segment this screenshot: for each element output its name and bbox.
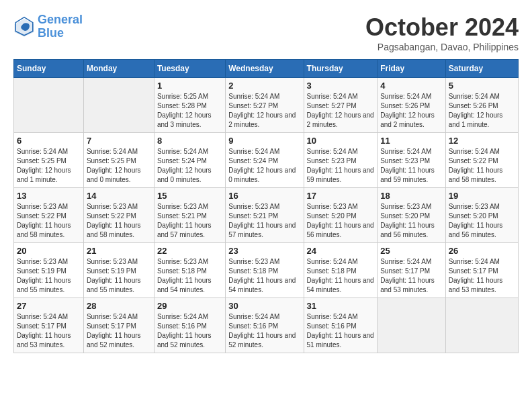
- subtitle: Pagsabangan, Davao, Philippines: [365, 42, 519, 52]
- day-info: Sunrise: 5:24 AM Sunset: 5:18 PM Dayligh…: [307, 257, 375, 295]
- day-info: Sunrise: 5:24 AM Sunset: 5:17 PM Dayligh…: [87, 312, 151, 350]
- day-cell: 15Sunrise: 5:23 AM Sunset: 5:21 PM Dayli…: [154, 188, 225, 243]
- day-number: 26: [449, 246, 515, 256]
- day-number: 30: [228, 301, 300, 311]
- day-info: Sunrise: 5:23 AM Sunset: 5:18 PM Dayligh…: [228, 257, 300, 295]
- day-info: Sunrise: 5:23 AM Sunset: 5:20 PM Dayligh…: [449, 202, 515, 240]
- day-info: Sunrise: 5:23 AM Sunset: 5:20 PM Dayligh…: [307, 202, 375, 240]
- header-cell-sunday: Sunday: [14, 60, 84, 78]
- day-number: 15: [157, 191, 222, 201]
- day-number: 10: [307, 136, 375, 146]
- day-cell: 25Sunrise: 5:24 AM Sunset: 5:17 PM Dayli…: [378, 243, 446, 298]
- day-number: 2: [228, 81, 300, 91]
- logo-text: General Blue: [38, 13, 83, 40]
- day-cell: 28Sunrise: 5:24 AM Sunset: 5:17 PM Dayli…: [83, 298, 154, 353]
- day-info: Sunrise: 5:24 AM Sunset: 5:25 PM Dayligh…: [87, 147, 151, 185]
- day-info: Sunrise: 5:23 AM Sunset: 5:22 PM Dayligh…: [87, 202, 151, 240]
- calendar-table: SundayMondayTuesdayWednesdayThursdayFrid…: [13, 59, 519, 353]
- header-cell-wednesday: Wednesday: [226, 60, 304, 78]
- day-number: 5: [449, 81, 515, 91]
- day-number: 9: [228, 136, 300, 146]
- title-area: October 2024 Pagsabangan, Davao, Philipp…: [365, 13, 519, 52]
- day-cell: 18Sunrise: 5:23 AM Sunset: 5:20 PM Dayli…: [378, 188, 446, 243]
- day-info: Sunrise: 5:24 AM Sunset: 5:27 PM Dayligh…: [228, 92, 300, 130]
- day-cell: 11Sunrise: 5:24 AM Sunset: 5:23 PM Dayli…: [378, 133, 446, 188]
- day-number: 20: [17, 246, 81, 256]
- calendar-header-row: SundayMondayTuesdayWednesdayThursdayFrid…: [14, 60, 519, 78]
- day-number: 17: [307, 191, 375, 201]
- day-cell: 30Sunrise: 5:24 AM Sunset: 5:16 PM Dayli…: [226, 298, 304, 353]
- day-cell: 29Sunrise: 5:24 AM Sunset: 5:16 PM Dayli…: [154, 298, 225, 353]
- day-info: Sunrise: 5:24 AM Sunset: 5:26 PM Dayligh…: [449, 92, 515, 130]
- logo-icon: [13, 16, 35, 38]
- day-cell: 1Sunrise: 5:25 AM Sunset: 5:28 PM Daylig…: [154, 78, 225, 133]
- day-number: 29: [157, 301, 222, 311]
- header-cell-saturday: Saturday: [445, 60, 518, 78]
- day-number: 11: [380, 136, 443, 146]
- header-cell-friday: Friday: [378, 60, 446, 78]
- week-row-1: 1Sunrise: 5:25 AM Sunset: 5:28 PM Daylig…: [14, 78, 519, 133]
- day-cell: 9Sunrise: 5:24 AM Sunset: 5:24 PM Daylig…: [226, 133, 304, 188]
- day-cell: 21Sunrise: 5:23 AM Sunset: 5:19 PM Dayli…: [83, 243, 154, 298]
- day-info: Sunrise: 5:23 AM Sunset: 5:22 PM Dayligh…: [17, 202, 81, 240]
- day-number: 4: [380, 81, 443, 91]
- day-info: Sunrise: 5:24 AM Sunset: 5:16 PM Dayligh…: [228, 312, 300, 350]
- day-info: Sunrise: 5:24 AM Sunset: 5:23 PM Dayligh…: [380, 147, 443, 185]
- day-cell: 12Sunrise: 5:24 AM Sunset: 5:22 PM Dayli…: [445, 133, 518, 188]
- day-info: Sunrise: 5:23 AM Sunset: 5:21 PM Dayligh…: [228, 202, 300, 240]
- day-cell: [83, 78, 154, 133]
- page-header: General Blue October 2024 Pagsabangan, D…: [13, 13, 519, 52]
- header-cell-tuesday: Tuesday: [154, 60, 225, 78]
- day-info: Sunrise: 5:24 AM Sunset: 5:17 PM Dayligh…: [380, 257, 443, 295]
- day-info: Sunrise: 5:23 AM Sunset: 5:19 PM Dayligh…: [17, 257, 81, 295]
- day-info: Sunrise: 5:23 AM Sunset: 5:18 PM Dayligh…: [157, 257, 222, 295]
- day-number: 6: [17, 136, 81, 146]
- day-cell: [378, 298, 446, 353]
- day-cell: 5Sunrise: 5:24 AM Sunset: 5:26 PM Daylig…: [445, 78, 518, 133]
- day-info: Sunrise: 5:25 AM Sunset: 5:28 PM Dayligh…: [157, 92, 222, 130]
- day-cell: 19Sunrise: 5:23 AM Sunset: 5:20 PM Dayli…: [445, 188, 518, 243]
- day-info: Sunrise: 5:24 AM Sunset: 5:16 PM Dayligh…: [307, 312, 375, 350]
- day-info: Sunrise: 5:24 AM Sunset: 5:24 PM Dayligh…: [157, 147, 222, 185]
- day-cell: [445, 298, 518, 353]
- day-number: 25: [380, 246, 443, 256]
- day-info: Sunrise: 5:24 AM Sunset: 5:23 PM Dayligh…: [307, 147, 375, 185]
- day-number: 14: [87, 191, 151, 201]
- day-cell: 2Sunrise: 5:24 AM Sunset: 5:27 PM Daylig…: [226, 78, 304, 133]
- day-cell: 4Sunrise: 5:24 AM Sunset: 5:26 PM Daylig…: [378, 78, 446, 133]
- logo-line1: General: [38, 13, 83, 26]
- day-info: Sunrise: 5:24 AM Sunset: 5:22 PM Dayligh…: [449, 147, 515, 185]
- day-cell: 16Sunrise: 5:23 AM Sunset: 5:21 PM Dayli…: [226, 188, 304, 243]
- day-info: Sunrise: 5:24 AM Sunset: 5:25 PM Dayligh…: [17, 147, 81, 185]
- day-cell: 6Sunrise: 5:24 AM Sunset: 5:25 PM Daylig…: [14, 133, 84, 188]
- day-info: Sunrise: 5:23 AM Sunset: 5:20 PM Dayligh…: [380, 202, 443, 240]
- day-number: 22: [157, 246, 222, 256]
- day-cell: 20Sunrise: 5:23 AM Sunset: 5:19 PM Dayli…: [14, 243, 84, 298]
- header-cell-thursday: Thursday: [304, 60, 378, 78]
- day-number: 31: [307, 301, 375, 311]
- day-number: 23: [228, 246, 300, 256]
- day-number: 18: [380, 191, 443, 201]
- day-cell: 23Sunrise: 5:23 AM Sunset: 5:18 PM Dayli…: [226, 243, 304, 298]
- day-info: Sunrise: 5:24 AM Sunset: 5:17 PM Dayligh…: [449, 257, 515, 295]
- day-info: Sunrise: 5:24 AM Sunset: 5:16 PM Dayligh…: [157, 312, 222, 350]
- day-cell: 24Sunrise: 5:24 AM Sunset: 5:18 PM Dayli…: [304, 243, 378, 298]
- day-number: 21: [87, 246, 151, 256]
- day-info: Sunrise: 5:23 AM Sunset: 5:19 PM Dayligh…: [87, 257, 151, 295]
- day-number: 13: [17, 191, 81, 201]
- week-row-5: 27Sunrise: 5:24 AM Sunset: 5:17 PM Dayli…: [14, 298, 519, 353]
- day-number: 24: [307, 246, 375, 256]
- day-cell: 7Sunrise: 5:24 AM Sunset: 5:25 PM Daylig…: [83, 133, 154, 188]
- day-cell: 14Sunrise: 5:23 AM Sunset: 5:22 PM Dayli…: [83, 188, 154, 243]
- day-number: 8: [157, 136, 222, 146]
- day-info: Sunrise: 5:24 AM Sunset: 5:17 PM Dayligh…: [17, 312, 81, 350]
- day-number: 28: [87, 301, 151, 311]
- day-cell: 22Sunrise: 5:23 AM Sunset: 5:18 PM Dayli…: [154, 243, 225, 298]
- day-cell: 13Sunrise: 5:23 AM Sunset: 5:22 PM Dayli…: [14, 188, 84, 243]
- day-info: Sunrise: 5:24 AM Sunset: 5:27 PM Dayligh…: [307, 92, 375, 130]
- week-row-4: 20Sunrise: 5:23 AM Sunset: 5:19 PM Dayli…: [14, 243, 519, 298]
- logo-line2: Blue: [38, 26, 64, 40]
- day-number: 12: [449, 136, 515, 146]
- day-number: 7: [87, 136, 151, 146]
- day-cell: 26Sunrise: 5:24 AM Sunset: 5:17 PM Dayli…: [445, 243, 518, 298]
